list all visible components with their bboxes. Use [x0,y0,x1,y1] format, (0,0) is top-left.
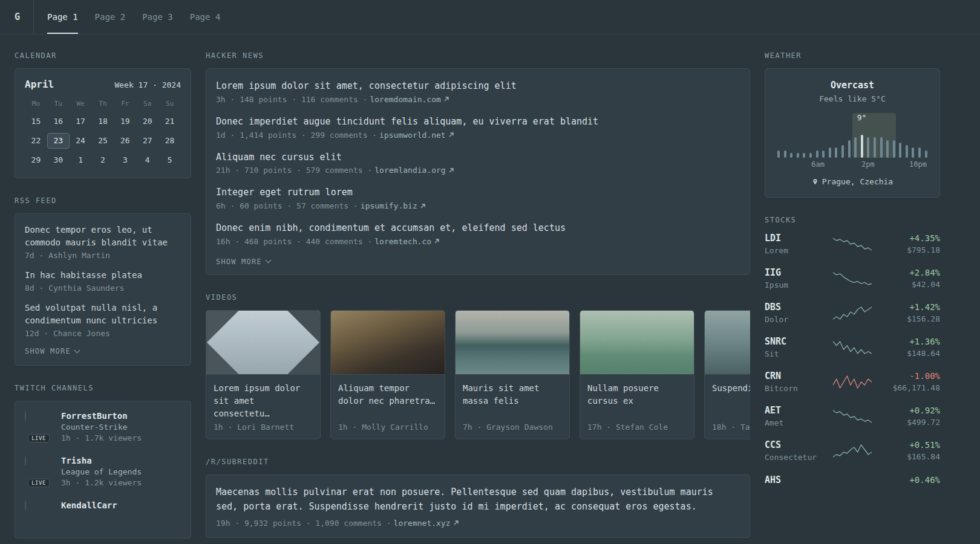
stock-symbol: IIG [765,267,833,278]
hn-item-title[interactable]: Aliquam nec cursus elit [216,152,342,163]
section-title-hacker-news: HACKER NEWS [206,51,750,60]
weather-hour-bar [829,147,831,158]
rss-item[interactable]: Sed volutpat nulla nisl, a condimentum n… [25,302,181,338]
twitch-avatar-wrap: LIVE [25,411,53,439]
rss-item[interactable]: In hac habitasse platea 8d · Cynthia Sau… [25,269,181,293]
section-title-rss: RSS FEED [15,196,191,205]
twitch-channel-name: KendallCarr [61,500,117,510]
stock-row[interactable]: AHS +0.46% [765,474,940,488]
rss-show-more-button[interactable]: SHOW MORE [25,347,79,355]
hn-item-title[interactable]: Lorem ipsum dolor sit amet, consectetur … [216,80,517,91]
section-title-stocks: STOCKS [765,216,940,224]
calendar-weekday: We [70,100,92,110]
video-card[interactable]: Lorem ipsum dolor sit amet consectetu… 1… [206,310,321,439]
external-link-icon [420,203,426,209]
rss-show-more-label: SHOW MORE [25,347,71,355]
hn-item-title[interactable]: Donec imperdiet augue tincidunt felis al… [216,116,598,127]
dashboard-grid: CALENDAR April Week 17 · 2024 Mo Tu We T… [0,34,980,539]
stock-sparkline [833,409,872,424]
stock-price: $148.64 [872,349,940,358]
hn-item-domain[interactable]: ipsumify.biz [361,201,417,210]
stock-row[interactable]: AET Amet +0.92% $499.72 [765,405,940,427]
rss-item[interactable]: Donec tempor eros leo, ut commodo mauris… [25,224,181,260]
hn-item-meta: 1d · 1,414 points · 299 comments · ipsum… [216,131,740,140]
stock-change: +0.51% [872,440,940,450]
stock-change: +1.36% [872,337,940,346]
video-card[interactable]: Aliquam tempor dolor nec pharetra… 1h · … [330,310,445,439]
weather-hour-bar [886,140,889,158]
calendar-weekday: Sa [136,100,158,110]
top-navbar: G Page 1 Page 2 Page 3 Page 4 [0,0,980,34]
stock-row[interactable]: DBS Dolor +1.42% $156.28 [765,302,940,324]
calendar-grid: Mo Tu We Th Fr Sa Su 15 16 17 18 19 20 2… [25,100,181,168]
videos-row: Lorem ipsum dolor sit amet consectetu… 1… [206,310,750,439]
calendar-day: 24 [70,133,92,149]
hn-item-domain[interactable]: loremdomain.com [370,95,440,104]
hn-item-title[interactable]: Integer eget rutrum lorem [216,187,353,198]
video-meta: 1h · Lori Barnett [214,423,313,432]
hn-item-title[interactable]: Donec enim nibh, condimentum et accumsan… [216,222,566,233]
video-card[interactable]: Mauris sit amet massa felis 7h · Grayson… [455,310,570,439]
stock-change: +0.92% [872,406,940,415]
tab-page-3[interactable]: Page 3 [142,0,173,34]
video-card[interactable]: Nullam posuere cursus ex 17h · Stefan Co… [580,310,694,439]
stock-row[interactable]: SNRC Sit +1.36% $148.64 [765,336,940,358]
section-title-calendar: CALENDAR [15,51,191,60]
stocks-widget: STOCKS LDI Lorem +4.35% $795.18 IIG [765,216,940,488]
hn-item-domain[interactable]: ipsumworld.net [379,131,446,140]
app-logo[interactable]: G [15,0,34,34]
stock-row[interactable]: IIG Ipsum +2.84% $42.04 [765,267,940,290]
stock-name: Consectetur [765,453,833,462]
stock-change: +4.35% [872,233,940,243]
stock-row[interactable]: CCS Consectetur +0.51% $165.84 [765,439,940,462]
stock-name: Bitcorn [765,384,833,393]
chevron-down-icon [74,347,80,353]
stock-row[interactable]: CRN Bitcorn -1.00% $66,171.48 [765,371,940,393]
subreddit-post-domain[interactable]: loremnet.xyz [394,519,451,528]
video-card[interactable]: Suspendisse diam 18h · Tara [704,310,750,439]
hacker-news-card: Lorem ipsum dolor sit amet, consectetur … [206,68,750,275]
rss-item-title: Donec tempor eros leo, ut commodo mauris… [25,224,181,249]
tab-page-2[interactable]: Page 2 [95,0,126,34]
hn-item-domain[interactable]: loremtech.co [374,237,431,246]
hn-show-more-button[interactable]: SHOW MORE [216,257,270,266]
hn-item-domain[interactable]: loremlandia.org [374,166,445,175]
calendar-day: 1 [70,152,92,168]
chevron-down-icon [265,257,271,264]
calendar-card: April Week 17 · 2024 Mo Tu We Th Fr Sa S… [15,68,191,178]
stock-change: +0.46% [872,475,940,485]
avatar [25,410,26,421]
stock-name: Lorem [765,246,833,255]
video-thumbnail [331,311,445,375]
tab-page-1[interactable]: Page 1 [47,0,78,34]
middle-column: HACKER NEWS Lorem ipsum dolor sit amet, … [206,51,750,539]
weather-hour-bar [784,151,786,158]
stocks-list: LDI Lorem +4.35% $795.18 IIG Ipsum [765,233,940,488]
twitch-channel-name: ForrestBurton [61,411,142,421]
twitch-channel-row[interactable]: LIVE ForrestBurton Counter-Strike 1h · 1… [25,411,181,442]
rss-item-meta: 8d · Cynthia Saunders [25,283,181,293]
stock-row[interactable]: LDI Lorem +4.35% $795.18 [765,233,940,255]
twitch-avatar-wrap [25,500,53,528]
stock-sparkline [833,271,872,286]
location-pin-icon [812,178,818,186]
subreddit-post-meta: 19h · 9,932 points · 1,090 comments · lo… [216,519,740,528]
weather-location: Prague, Czechia [822,177,893,186]
weather-hour-bar [822,151,825,158]
hn-item: Lorem ipsum dolor sit amet, consectetur … [216,80,740,104]
video-thumbnail [206,311,320,375]
twitch-channel-row[interactable]: LIVE Trisha League of Legends 3h · 1.2k … [25,456,181,487]
stock-symbol: LDI [765,233,833,244]
twitch-channel-row[interactable]: KendallCarr [25,500,181,528]
video-title: Mauris sit amet massa felis [463,382,562,407]
video-title: Suspendisse diam [712,382,750,395]
subreddit-post-text[interactable]: Maecenas mollis pulvinar erat non posuer… [216,487,713,512]
hn-item: Aliquam nec cursus elit 21h · 710 points… [216,151,740,175]
live-badge: LIVE [28,479,50,487]
tab-page-4[interactable]: Page 4 [190,0,221,34]
stock-price: $499.72 [872,418,940,427]
videos-widget: VIDEOS Lorem ipsum dolor sit amet consec… [206,293,750,439]
hacker-news-widget: HACKER NEWS Lorem ipsum dolor sit amet, … [206,51,750,275]
rss-item-meta: 7d · Ashlyn Martin [25,251,181,260]
stock-sparkline [833,237,872,251]
